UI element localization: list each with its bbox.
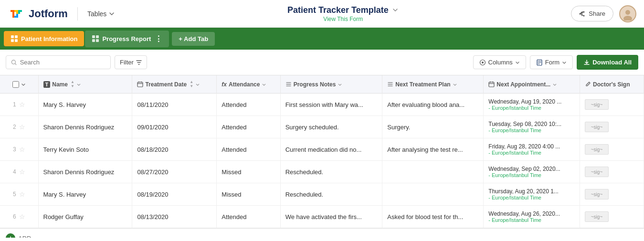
avatar (619, 5, 636, 22)
table-row: 5 ☆ Mary S. Harvey 08/19/2020 Missed Res… (0, 183, 644, 206)
svg-point-8 (625, 10, 630, 15)
cell-next-appointment: Tuesday, Sep 08, 2020 10:... - Europe/Is… (484, 116, 580, 138)
svg-point-20 (482, 62, 484, 63)
cell-name: Terry Kevin Soto (38, 138, 132, 161)
tab-patient-information[interactable]: Patient Information (4, 31, 84, 46)
sort-date-icon[interactable]: ▲▼ (190, 80, 193, 88)
form-button[interactable]: Form (530, 55, 573, 69)
view-form-link[interactable]: View This Form (323, 16, 363, 22)
cell-treatment-date: 08/11/2020 (132, 94, 217, 116)
share-icon (579, 10, 586, 17)
chevron-down-rows-icon[interactable] (21, 82, 26, 87)
tables-button[interactable]: Tables (87, 10, 115, 18)
cell-next-appointment: Thursday, Aug 20, 2020 1... - Europe/Ist… (484, 183, 580, 206)
signature-image: ~sig~ (585, 211, 609, 222)
filter-icon (136, 60, 142, 65)
cell-doctor-signature: ~sig~ (580, 116, 644, 138)
cell-progress-notes: Current medication did no... (280, 138, 382, 161)
col-name-options-icon[interactable] (76, 82, 81, 87)
cell-doctor-signature: ~sig~ (580, 161, 644, 183)
table-wrapper: T Name ▲▼ (0, 75, 644, 238)
svg-rect-12 (11, 39, 14, 42)
star-icon[interactable]: ☆ (19, 213, 25, 220)
star-icon[interactable]: ☆ (19, 168, 25, 176)
cell-attendance: Attended (217, 94, 280, 116)
star-icon[interactable]: ☆ (19, 101, 25, 108)
table-row: 1 ☆ Mary S. Harvey 08/11/2020 Attended F… (0, 94, 644, 116)
avatar-icon (621, 7, 634, 21)
cell-next-treatment-plan: Asked for blood test for th... (382, 206, 484, 228)
appointment-timezone: - Europe/Istanbul Time (488, 195, 575, 200)
star-icon[interactable]: ☆ (19, 190, 25, 198)
col-progress-notes: Progress Notes (280, 75, 382, 94)
toolbar-left: Filter (6, 55, 147, 69)
tab-bar: Patient Information Progress Report ⋮ + … (0, 28, 644, 50)
row-number-cell: 3 ☆ (0, 138, 38, 161)
cell-next-treatment-plan (382, 161, 484, 183)
download-icon (583, 59, 590, 66)
add-tab-button[interactable]: + Add Tab (172, 32, 215, 46)
cell-name: Sharon Dennis Rodriguez (38, 161, 132, 183)
cell-next-appointment: Wednesday, Aug 19, 2020 ... - Europe/Ist… (484, 94, 580, 116)
columns-chevron-icon (515, 60, 520, 65)
svg-rect-23 (489, 82, 494, 87)
select-all-checkbox[interactable] (12, 81, 19, 88)
tab-more-options[interactable]: ⋮ (155, 34, 162, 43)
page-title: Patient Tracker Template (287, 5, 389, 15)
tab-progress-report[interactable]: Progress Report ⋮ (85, 31, 169, 47)
star-icon[interactable]: ☆ (19, 123, 25, 131)
toolbar: Filter Columns Form (0, 50, 644, 75)
table-row: 4 ☆ Sharon Dennis Rodriguez 08/27/2020 M… (0, 161, 644, 183)
grid-icon-1 (11, 35, 18, 42)
col-appointment-options-icon[interactable] (552, 82, 557, 87)
calendar-icon-2 (488, 81, 495, 87)
center-header: Patient Tracker Template View This Form (287, 5, 399, 22)
cell-treatment-date: 09/01/2020 (132, 116, 217, 138)
col-select (0, 75, 38, 94)
pen-icon (585, 81, 591, 87)
cell-next-appointment: Wednesday, Sep 02, 2020... - Europe/Ista… (484, 161, 580, 183)
appointment-timezone: - Europe/Istanbul Time (488, 217, 575, 223)
svg-rect-13 (15, 39, 18, 42)
search-input[interactable] (20, 59, 106, 66)
form-label: Form (545, 59, 560, 66)
cell-attendance: Missed (217, 161, 280, 183)
share-button[interactable]: Share (571, 6, 613, 21)
cell-next-treatment-plan: Surgery. (382, 116, 484, 138)
col-attendance-options-icon[interactable] (262, 82, 266, 87)
cell-treatment-date: 08/18/2020 (132, 138, 217, 161)
star-icon[interactable]: ☆ (19, 146, 25, 153)
cell-next-appointment: Friday, Aug 28, 2020 4:00 ... - Europe/I… (484, 138, 580, 161)
col-treatment-options-icon[interactable] (453, 82, 457, 87)
col-date-options-icon[interactable] (195, 82, 200, 87)
appointment-date: Tuesday, Sep 08, 2020 10:... (488, 121, 575, 127)
col-name: T Name ▲▼ (38, 75, 132, 94)
row-number: 6 (13, 213, 16, 220)
signature-image: ~sig~ (585, 144, 609, 155)
download-button[interactable]: Download All (577, 55, 638, 70)
cell-next-treatment-plan (382, 183, 484, 206)
columns-label: Columns (488, 59, 513, 66)
add-circle-icon: + (6, 233, 15, 238)
tab-progress-report-label: Progress Report (102, 35, 151, 42)
row-number: 5 (13, 191, 16, 198)
cell-name: Sharon Dennis Rodriguez (38, 116, 132, 138)
appointment-timezone: - Europe/Istanbul Time (488, 127, 575, 133)
cell-name: Rodger Guffay (38, 206, 132, 228)
table-header-row: T Name ▲▼ (0, 75, 644, 94)
header-right: Share (571, 5, 636, 22)
svg-rect-16 (92, 39, 95, 42)
dropdown-icon[interactable] (391, 6, 399, 14)
cell-progress-notes: Rescheduled. (280, 183, 382, 206)
table-row: 2 ☆ Sharon Dennis Rodriguez 09/01/2020 A… (0, 116, 644, 138)
appointment-date: Wednesday, Sep 02, 2020... (488, 166, 575, 172)
sort-name-icon[interactable]: ▲▼ (71, 80, 74, 88)
data-table: T Name ▲▼ (0, 75, 644, 228)
col-notes-options-icon[interactable] (338, 82, 342, 87)
filter-button[interactable]: Filter (115, 55, 147, 69)
add-row-button[interactable]: + ADD (0, 228, 644, 238)
columns-button[interactable]: Columns (473, 55, 526, 69)
col-doctor-sig: Doctor's Sign (580, 75, 644, 94)
cell-attendance: Attended (217, 206, 280, 228)
search-icon (11, 59, 17, 66)
